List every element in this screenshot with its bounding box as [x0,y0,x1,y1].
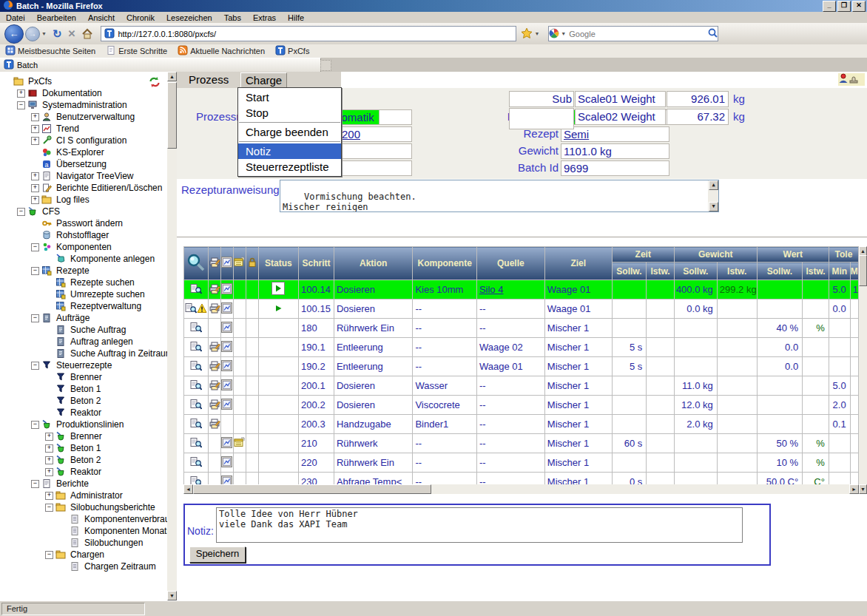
row-doc-search-icon[interactable] [184,473,209,485]
url-bar[interactable]: http://127.0.0.1:8080/pxcfs/ [101,26,516,41]
row-doc-search-icon[interactable] [184,319,209,338]
tree-expander[interactable]: − [31,243,39,251]
tree-item-berichte-editieren-löschen[interactable]: +Berichte Editieren/Löschen [0,182,167,194]
col-header-quelle[interactable]: Quelle [476,247,544,280]
row-chart-icon[interactable] [220,319,233,338]
row-chart-icon[interactable] [220,376,233,396]
tree-expander[interactable]: − [45,504,53,512]
menu-prozess[interactable]: Prozess [189,73,229,86]
row-chart-icon[interactable] [220,396,233,415]
bookmark-aktuelle-nachrichten[interactable]: Aktuelle Nachrichten [172,45,270,57]
tree-expander[interactable]: + [45,492,53,500]
row-calendar-icon[interactable] [233,473,246,485]
tree-item-cfs[interactable]: −CFS [0,206,167,217]
tree-expander[interactable]: + [45,444,53,453]
tree-expander[interactable]: − [31,314,39,322]
tree-item-beton-1[interactable]: Beton 1 [0,383,167,395]
tree-item-rezepte-suchen[interactable]: Rezepte suchen [0,277,167,288]
tree-item-log-files[interactable]: +Log files [0,194,167,206]
row-doc-search-icon[interactable] [184,338,209,357]
tree-item-pxcfs[interactable]: PxCfs [0,75,167,87]
tree-expander[interactable]: + [31,172,39,180]
search-box[interactable]: ▼ [548,26,718,41]
tree-item-brenner[interactable]: Brenner [0,371,167,383]
tree-item-beton-2[interactable]: +Beton 2 [0,454,167,466]
home-button[interactable] [81,28,93,39]
tree-item-umrezepte-suchen[interactable]: Umrezepte suchen [0,288,167,300]
row-doc-search-icon[interactable] [184,415,209,434]
menu-charge[interactable]: Charge [240,72,287,88]
tree-item-silobuchungsberichte[interactable]: −Silobuchungsberichte [0,501,167,513]
tree-item-produktionslinien[interactable]: −Produktionslinien [0,419,167,430]
tree-item-benutzerverwaltung[interactable]: +Benutzerverwaltung [0,111,167,123]
charge-menu-item-stop[interactable]: Stop [238,105,341,121]
row-doc-search-icon[interactable] [184,434,209,453]
search-column-icon[interactable] [184,247,209,280]
row-doc-search-icon[interactable] [184,299,209,319]
tree-expander[interactable]: + [45,456,53,464]
row-chart-icon[interactable] [220,453,233,473]
bookmark-dropdown-icon[interactable]: ▼ [534,31,539,36]
row-doc-search-icon[interactable] [184,376,209,396]
search-magnifier-icon[interactable] [708,28,718,39]
row-chart-icon[interactable] [220,338,233,357]
tree-expander[interactable]: + [31,113,39,121]
tree-item-reaktor[interactable]: Reaktor [0,407,167,419]
rezepturanweisung-textarea[interactable]: Vormischung beachten. Mischer reinigen ▲… [280,180,719,212]
charge-menu-item-steuerrezeptliste[interactable]: Steuerrezeptliste [238,159,341,175]
row-calendar-icon[interactable] [233,396,246,415]
step-row-100.14[interactable]: 100.14DosierenKies 10mmSilo 4Waage 01400… [184,280,859,299]
col-header-aktion[interactable]: Aktion [334,247,412,280]
browser-menu-extras[interactable]: Extras [247,13,282,22]
textarea-scrollbar[interactable]: ▲ ▼ [708,180,718,211]
browser-menu-hilfe[interactable]: Hilfe [282,13,310,22]
quelle-cell[interactable]: Silo 4 [476,280,544,299]
row-chart-icon[interactable] [220,299,233,319]
charge-menu-item-notiz[interactable]: Notiz [238,143,341,159]
forward-button[interactable]: → [25,27,40,41]
tree-item-brenner[interactable]: +Brenner [0,430,167,442]
row-doc-search-icon[interactable] [184,357,209,376]
table-horizontal-scrollbar[interactable]: ◄ ► [183,484,859,494]
tree-item-administrator[interactable]: +Administrator [0,490,167,501]
row-printer-icon[interactable] [208,280,220,299]
row-printer-icon[interactable] [208,338,220,357]
tree-item-berichte[interactable]: −Berichte [0,478,167,490]
tree-item-komponenten[interactable]: −Komponenten [0,241,167,253]
tree-item-systemadministration[interactable]: −Systemadministration [0,99,167,111]
tree-item-aufträge[interactable]: −Aufträge [0,312,167,324]
step-row-230[interactable]: 230Abfrage Temp<----Mischer 10 s50.0 C°C… [184,473,859,485]
reload-button[interactable]: ↻ [53,27,62,41]
tree-item-komponenten-monatsbericht[interactable]: Komponenten Monatsbericht [0,525,167,537]
tree-refresh-icon[interactable] [148,76,161,90]
tree-item-reaktor[interactable]: +Reaktor [0,466,167,478]
tree-expander[interactable]: − [31,421,39,429]
rezept-link[interactable]: Semi [564,128,589,141]
tree-item-beton-2[interactable]: Beton 2 [0,395,167,407]
search-input[interactable] [567,29,708,39]
row-calendar-icon[interactable] [233,338,246,357]
charge-menu-item-start[interactable]: Start [238,89,341,105]
row-calendar-icon[interactable] [233,415,246,434]
tree-item-suche-auftrag[interactable]: Suche Auftrag [0,324,167,336]
auftrag-link[interactable]: 200 [342,128,360,141]
tree-item-trend[interactable]: +Trend [0,123,167,135]
row-printer-icon[interactable] [208,376,220,396]
tree-expander[interactable]: + [31,125,39,133]
tree-item-komponentenverbrauch[interactable]: Komponentenverbrauch [0,513,167,525]
row-printer-icon[interactable] [208,415,220,434]
row-printer-icon[interactable] [208,396,220,415]
tree-item-navigator-treeview[interactable]: +Navigator TreeView [0,170,167,182]
row-printer-icon[interactable] [208,319,220,338]
notiz-textarea[interactable]: Tolle Idee von Herr Hübner viele Dank da… [216,507,743,543]
tree-expander[interactable]: + [31,196,39,204]
tree-item-rezeptverwaltung[interactable]: Rezeptverwaltung [0,300,167,312]
row-calendar-icon[interactable] [233,357,246,376]
history-dropdown-icon[interactable]: ▼ [41,31,47,36]
bookmark-erste-schritte[interactable]: Erste Schritte [101,45,172,57]
col-header-status[interactable]: Status [258,247,298,280]
table-vertical-scrollbar[interactable]: ▲ ▼ [859,246,867,494]
tree-item-rohstofflager[interactable]: Rohstofflager [0,229,167,241]
browser-menu-lesezeichen[interactable]: Lesezeichen [161,13,218,22]
browser-menu-chronik[interactable]: Chronik [121,13,161,22]
